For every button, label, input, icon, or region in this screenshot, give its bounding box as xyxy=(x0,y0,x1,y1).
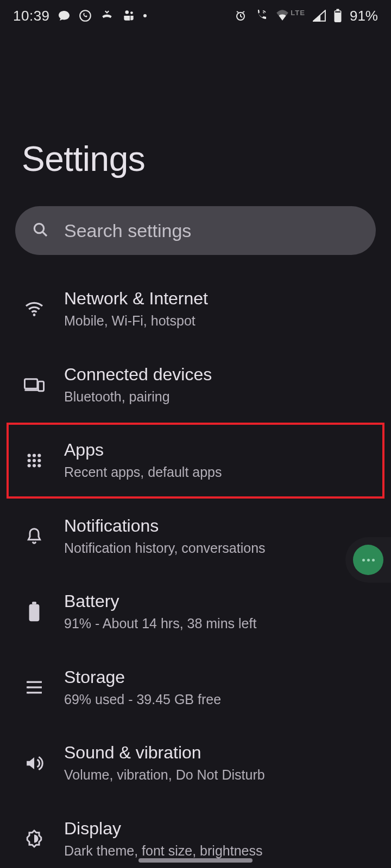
signal-icon xyxy=(313,10,326,22)
settings-item-notifications[interactable]: Notifications Notification history, conv… xyxy=(7,499,384,575)
battery-icon xyxy=(333,9,342,23)
search-icon xyxy=(31,221,49,240)
svg-point-13 xyxy=(33,454,36,457)
item-subtitle: Volume, vibration, Do Not Disturb xyxy=(64,766,265,784)
svg-point-2 xyxy=(130,11,133,14)
svg-point-1 xyxy=(125,10,129,14)
svg-point-0 xyxy=(80,10,91,21)
status-right: LTE 91% xyxy=(234,8,378,24)
settings-item-battery[interactable]: Battery 91% - About 14 hrs, 38 mins left xyxy=(7,574,384,650)
storage-icon xyxy=(18,680,50,695)
wifi-icon xyxy=(18,302,50,317)
whatsapp-icon xyxy=(78,9,92,23)
status-left: 10:39 xyxy=(13,8,147,24)
status-time: 10:39 xyxy=(13,8,50,24)
volume-icon xyxy=(18,755,50,772)
wifi-calling-icon xyxy=(255,9,268,22)
item-title: Sound & vibration xyxy=(64,743,265,763)
svg-rect-11 xyxy=(38,381,43,391)
item-subtitle: 91% - About 14 hrs, 38 mins left xyxy=(64,615,256,633)
search-placeholder: Search settings xyxy=(64,220,191,241)
item-title: Storage xyxy=(64,667,221,687)
page-title: Settings xyxy=(0,30,391,201)
more-icon xyxy=(353,545,383,575)
item-subtitle: Recent apps, default apps xyxy=(64,463,222,481)
svg-point-7 xyxy=(34,224,43,233)
svg-point-28 xyxy=(28,692,30,694)
assist-fab[interactable] xyxy=(345,537,391,583)
item-subtitle: 69% used - 39.45 GB free xyxy=(64,691,221,709)
svg-rect-6 xyxy=(335,11,340,12)
bell-icon xyxy=(18,526,50,546)
svg-point-9 xyxy=(33,314,36,316)
item-subtitle: Notification history, conversations xyxy=(64,539,266,557)
item-subtitle: Mobile, Wi-Fi, hotspot xyxy=(64,312,208,330)
battery-percent: 91% xyxy=(350,8,378,24)
svg-line-8 xyxy=(42,232,47,236)
svg-point-12 xyxy=(28,454,31,457)
svg-point-27 xyxy=(28,686,30,688)
item-title: Apps xyxy=(64,440,222,460)
item-title: Connected devices xyxy=(64,365,212,385)
svg-point-18 xyxy=(28,464,31,467)
teams-icon xyxy=(122,9,136,23)
settings-item-devices[interactable]: Connected devices Bluetooth, pairing xyxy=(7,347,384,423)
item-title: Battery xyxy=(64,591,256,611)
svg-point-19 xyxy=(33,464,36,467)
nav-handle[interactable] xyxy=(138,858,253,863)
svg-point-16 xyxy=(33,459,36,462)
battery-icon xyxy=(18,602,50,622)
svg-rect-10 xyxy=(24,379,37,389)
more-notifications-dot xyxy=(143,14,147,17)
item-title: Network & Internet xyxy=(64,289,208,309)
settings-item-apps[interactable]: Apps Recent apps, default apps xyxy=(7,423,384,499)
chat-icon xyxy=(58,9,71,22)
item-subtitle: Bluetooth, pairing xyxy=(64,388,212,406)
svg-rect-21 xyxy=(29,604,40,621)
svg-point-14 xyxy=(37,454,41,457)
svg-point-20 xyxy=(37,464,41,467)
wifi-icon xyxy=(275,10,289,22)
settings-item-sound[interactable]: Sound & vibration Volume, vibration, Do … xyxy=(7,725,384,801)
svg-rect-22 xyxy=(32,602,36,604)
item-title: Display xyxy=(64,819,262,839)
settings-list: Network & Internet Mobile, Wi-Fi, hotspo… xyxy=(0,271,391,868)
missed-call-icon xyxy=(100,9,114,23)
svg-point-17 xyxy=(37,459,41,462)
devices-icon xyxy=(18,376,50,393)
alarm-icon xyxy=(234,9,247,22)
status-bar: 10:39 LTE 91% xyxy=(0,0,391,30)
apps-grid-icon xyxy=(18,452,50,469)
svg-rect-5 xyxy=(336,9,339,11)
item-subtitle: Dark theme, font size, brightness xyxy=(64,842,262,860)
lte-label: LTE xyxy=(291,9,305,17)
svg-point-15 xyxy=(28,459,31,462)
settings-item-network[interactable]: Network & Internet Mobile, Wi-Fi, hotspo… xyxy=(7,271,384,347)
settings-item-storage[interactable]: Storage 69% used - 39.45 GB free xyxy=(7,650,384,726)
brightness-icon xyxy=(18,829,50,848)
search-input[interactable]: Search settings xyxy=(15,206,376,255)
svg-point-26 xyxy=(28,681,30,684)
item-title: Notifications xyxy=(64,516,266,536)
